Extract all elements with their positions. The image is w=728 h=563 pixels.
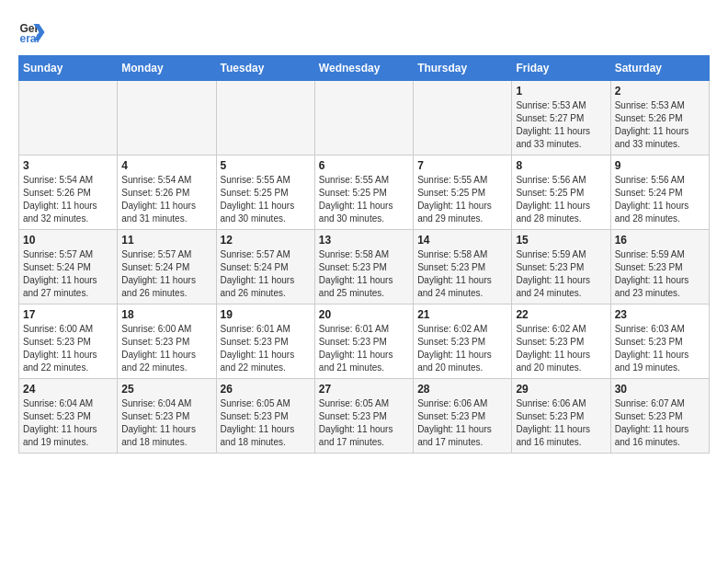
calendar-cell: 12Sunrise: 5:57 AM Sunset: 5:24 PM Dayli… (216, 230, 314, 304)
day-number: 2 (615, 85, 705, 98)
logo: Gen eral (18, 18, 50, 46)
day-number: 21 (417, 308, 507, 321)
header: Gen eral (18, 18, 710, 46)
weekday-header-friday: Friday (512, 56, 610, 81)
calendar-cell (19, 81, 118, 155)
day-number: 20 (319, 308, 409, 321)
calendar-week-4: 17Sunrise: 6:00 AM Sunset: 5:23 PM Dayli… (19, 304, 710, 379)
day-info: Sunrise: 5:54 AM Sunset: 5:26 PM Dayligh… (121, 174, 211, 225)
calendar-cell: 20Sunrise: 6:01 AM Sunset: 5:23 PM Dayli… (314, 304, 413, 379)
calendar-cell: 26Sunrise: 6:05 AM Sunset: 5:23 PM Dayli… (216, 379, 314, 454)
calendar-cell (216, 81, 314, 155)
day-info: Sunrise: 6:00 AM Sunset: 5:23 PM Dayligh… (23, 323, 113, 374)
calendar-header: SundayMondayTuesdayWednesdayThursdayFrid… (19, 56, 710, 81)
day-number: 4 (121, 159, 211, 172)
calendar-cell: 17Sunrise: 6:00 AM Sunset: 5:23 PM Dayli… (19, 304, 118, 379)
calendar-cell: 8Sunrise: 5:56 AM Sunset: 5:25 PM Daylig… (512, 155, 610, 230)
calendar-cell: 1Sunrise: 5:53 AM Sunset: 5:27 PM Daylig… (512, 81, 610, 155)
day-number: 6 (319, 159, 409, 172)
day-info: Sunrise: 5:58 AM Sunset: 5:23 PM Dayligh… (417, 248, 507, 300)
day-number: 26 (221, 383, 311, 396)
calendar-cell: 7Sunrise: 5:55 AM Sunset: 5:25 PM Daylig… (414, 155, 512, 230)
weekday-header-thursday: Thursday (414, 56, 512, 81)
calendar-cell: 21Sunrise: 6:02 AM Sunset: 5:23 PM Dayli… (414, 304, 512, 379)
day-info: Sunrise: 5:56 AM Sunset: 5:25 PM Dayligh… (516, 174, 606, 225)
day-number: 30 (615, 383, 705, 396)
day-number: 27 (319, 383, 409, 396)
day-info: Sunrise: 6:04 AM Sunset: 5:23 PM Dayligh… (23, 397, 113, 449)
day-info: Sunrise: 6:06 AM Sunset: 5:23 PM Dayligh… (417, 397, 507, 449)
weekday-header-row: SundayMondayTuesdayWednesdayThursdayFrid… (19, 56, 710, 81)
day-number: 14 (417, 234, 507, 247)
day-info: Sunrise: 5:56 AM Sunset: 5:24 PM Dayligh… (615, 174, 705, 225)
day-number: 17 (23, 308, 113, 321)
calendar-cell: 6Sunrise: 5:55 AM Sunset: 5:25 PM Daylig… (314, 155, 413, 230)
day-number: 15 (516, 234, 606, 247)
day-number: 18 (121, 308, 211, 321)
day-info: Sunrise: 6:04 AM Sunset: 5:23 PM Dayligh… (121, 397, 211, 449)
day-info: Sunrise: 6:06 AM Sunset: 5:23 PM Dayligh… (516, 397, 606, 449)
day-info: Sunrise: 6:05 AM Sunset: 5:23 PM Dayligh… (319, 397, 409, 449)
day-number: 22 (516, 308, 606, 321)
day-info: Sunrise: 6:07 AM Sunset: 5:23 PM Dayligh… (615, 397, 705, 449)
day-info: Sunrise: 5:58 AM Sunset: 5:23 PM Dayligh… (319, 248, 409, 300)
day-info: Sunrise: 6:00 AM Sunset: 5:23 PM Dayligh… (121, 323, 211, 374)
day-number: 23 (615, 308, 705, 321)
day-number: 9 (615, 159, 705, 172)
day-info: Sunrise: 5:55 AM Sunset: 5:25 PM Dayligh… (417, 174, 507, 225)
day-number: 7 (417, 159, 507, 172)
day-info: Sunrise: 5:53 AM Sunset: 5:27 PM Dayligh… (516, 99, 606, 151)
calendar-cell: 29Sunrise: 6:06 AM Sunset: 5:23 PM Dayli… (512, 379, 610, 454)
calendar-cell: 4Sunrise: 5:54 AM Sunset: 5:26 PM Daylig… (118, 155, 216, 230)
weekday-header-saturday: Saturday (610, 56, 709, 81)
calendar-cell: 9Sunrise: 5:56 AM Sunset: 5:24 PM Daylig… (610, 155, 709, 230)
day-info: Sunrise: 5:57 AM Sunset: 5:24 PM Dayligh… (23, 248, 113, 300)
calendar-cell: 13Sunrise: 5:58 AM Sunset: 5:23 PM Dayli… (314, 230, 413, 304)
calendar-table: SundayMondayTuesdayWednesdayThursdayFrid… (18, 55, 710, 454)
calendar-cell: 28Sunrise: 6:06 AM Sunset: 5:23 PM Dayli… (414, 379, 512, 454)
calendar-cell (414, 81, 512, 155)
day-info: Sunrise: 5:59 AM Sunset: 5:23 PM Dayligh… (516, 248, 606, 300)
calendar-cell: 2Sunrise: 5:53 AM Sunset: 5:26 PM Daylig… (610, 81, 709, 155)
weekday-header-wednesday: Wednesday (314, 56, 413, 81)
calendar-cell: 14Sunrise: 5:58 AM Sunset: 5:23 PM Dayli… (414, 230, 512, 304)
day-info: Sunrise: 6:01 AM Sunset: 5:23 PM Dayligh… (319, 323, 409, 374)
day-number: 29 (516, 383, 606, 396)
day-number: 10 (23, 234, 113, 247)
calendar-cell: 18Sunrise: 6:00 AM Sunset: 5:23 PM Dayli… (118, 304, 216, 379)
day-number: 1 (516, 85, 606, 98)
calendar-cell: 15Sunrise: 5:59 AM Sunset: 5:23 PM Dayli… (512, 230, 610, 304)
day-info: Sunrise: 6:02 AM Sunset: 5:23 PM Dayligh… (516, 323, 606, 374)
calendar-cell: 23Sunrise: 6:03 AM Sunset: 5:23 PM Dayli… (610, 304, 709, 379)
day-info: Sunrise: 5:53 AM Sunset: 5:26 PM Dayligh… (615, 99, 705, 151)
day-info: Sunrise: 6:02 AM Sunset: 5:23 PM Dayligh… (417, 323, 507, 374)
calendar-cell: 25Sunrise: 6:04 AM Sunset: 5:23 PM Dayli… (118, 379, 216, 454)
day-number: 28 (417, 383, 507, 396)
calendar-cell (118, 81, 216, 155)
day-info: Sunrise: 5:57 AM Sunset: 5:24 PM Dayligh… (221, 248, 311, 300)
calendar-cell: 16Sunrise: 5:59 AM Sunset: 5:23 PM Dayli… (610, 230, 709, 304)
calendar-week-1: 1Sunrise: 5:53 AM Sunset: 5:27 PM Daylig… (19, 81, 710, 155)
calendar-week-2: 3Sunrise: 5:54 AM Sunset: 5:26 PM Daylig… (19, 155, 710, 230)
calendar-cell: 27Sunrise: 6:05 AM Sunset: 5:23 PM Dayli… (314, 379, 413, 454)
calendar-body: 1Sunrise: 5:53 AM Sunset: 5:27 PM Daylig… (19, 81, 710, 454)
day-number: 25 (121, 383, 211, 396)
calendar-cell: 24Sunrise: 6:04 AM Sunset: 5:23 PM Dayli… (19, 379, 118, 454)
day-number: 5 (221, 159, 311, 172)
calendar-cell: 19Sunrise: 6:01 AM Sunset: 5:23 PM Dayli… (216, 304, 314, 379)
calendar-cell: 3Sunrise: 5:54 AM Sunset: 5:26 PM Daylig… (19, 155, 118, 230)
day-number: 12 (221, 234, 311, 247)
day-number: 13 (319, 234, 409, 247)
calendar-cell: 30Sunrise: 6:07 AM Sunset: 5:23 PM Dayli… (610, 379, 709, 454)
weekday-header-sunday: Sunday (19, 56, 118, 81)
day-number: 8 (516, 159, 606, 172)
day-number: 3 (23, 159, 113, 172)
calendar-cell (314, 81, 413, 155)
weekday-header-monday: Monday (118, 56, 216, 81)
day-info: Sunrise: 6:05 AM Sunset: 5:23 PM Dayligh… (221, 397, 311, 449)
day-info: Sunrise: 5:55 AM Sunset: 5:25 PM Dayligh… (221, 174, 311, 225)
day-info: Sunrise: 5:57 AM Sunset: 5:24 PM Dayligh… (121, 248, 211, 300)
logo-icon: Gen eral (18, 18, 46, 46)
calendar-week-5: 24Sunrise: 6:04 AM Sunset: 5:23 PM Dayli… (19, 379, 710, 454)
calendar-week-3: 10Sunrise: 5:57 AM Sunset: 5:24 PM Dayli… (19, 230, 710, 304)
